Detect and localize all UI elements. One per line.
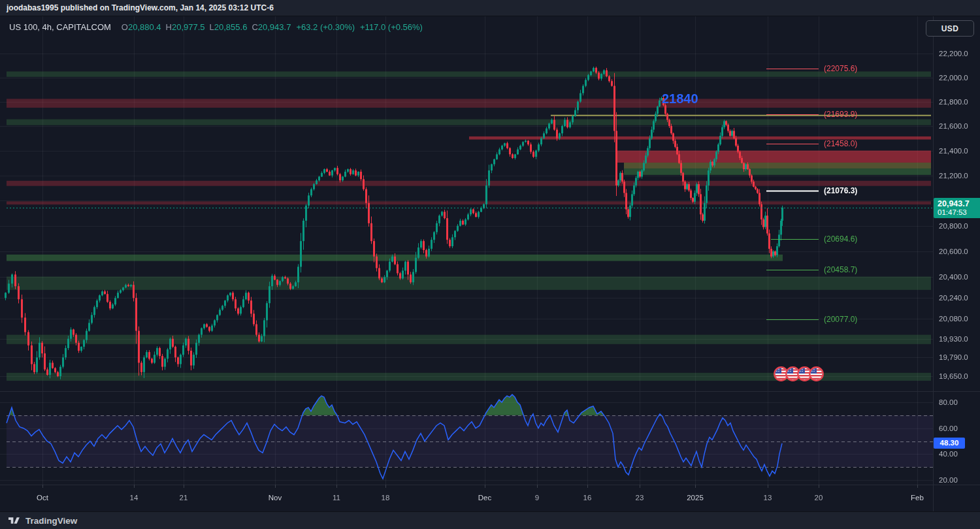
price-axis-label: 22,200.0 xyxy=(939,49,968,58)
time-axis-label: 13 xyxy=(764,493,772,502)
price-axis-label: 20,600.0 xyxy=(939,247,968,256)
low-value: 20,855.6 xyxy=(214,22,248,32)
last-price-badge: 20,943.7 01:47:53 xyxy=(934,198,980,218)
time-axis-label: Nov xyxy=(269,493,282,502)
level-price-label: (21076.3) xyxy=(824,186,857,195)
price-axis-label: 21,200.0 xyxy=(939,171,968,180)
tradingview-logo-icon[interactable] xyxy=(8,516,21,526)
price-axis-label: 20,800.0 xyxy=(939,221,968,231)
rsi-value-badge: 48.30 xyxy=(934,438,965,449)
price-axis-label: 19,930.0 xyxy=(939,334,968,344)
time-axis-label: 11 xyxy=(333,493,340,502)
time-axis-label: 20 xyxy=(815,493,823,502)
attribution-bar: TradingView xyxy=(0,511,980,529)
close-value: 20,943.7 xyxy=(258,22,291,32)
rsi-axis-label: 40.00 xyxy=(939,449,958,458)
level-price-label: (20694.6) xyxy=(824,234,857,244)
currency-toggle-button[interactable]: USD xyxy=(926,20,974,37)
last-price-value: 20,943.7 xyxy=(938,199,980,208)
high-label: H xyxy=(166,22,172,32)
open-label: O xyxy=(122,22,128,32)
extended-change-value: +117.0 (+0.56%) xyxy=(360,22,423,32)
rsi-axis-label: 80.00 xyxy=(939,398,958,407)
price-axis-label: 20,080.0 xyxy=(939,314,968,323)
level-price-label: (20077.0) xyxy=(824,315,857,324)
price-annotation-21840[interactable]: 21840 xyxy=(662,91,698,106)
price-axis-label: 21,800.0 xyxy=(939,97,968,106)
time-axis-label: 23 xyxy=(636,493,644,502)
open-value: 20,880.4 xyxy=(128,22,161,32)
publish-header-text: joodabas1995 published on TradingView.co… xyxy=(7,3,274,12)
change-value: +63.2 (+0.30%) xyxy=(296,22,355,32)
level-price-label: (20458.7) xyxy=(824,265,857,274)
price-axis-label: 22,000.0 xyxy=(939,73,968,82)
high-value: 20,977.5 xyxy=(172,22,205,32)
price-axis-label: 20,240.0 xyxy=(939,293,968,302)
price-axis-label: 20,400.0 xyxy=(939,272,968,281)
time-axis-label: 18 xyxy=(382,493,390,502)
bar-countdown: 01:47:53 xyxy=(938,208,980,217)
price-axis-label: 19,650.0 xyxy=(939,372,968,381)
symbol-title[interactable]: US 100, 4h, CAPITALCOM xyxy=(9,22,111,32)
time-axis-label: Feb xyxy=(911,493,924,502)
time-axis-label: Dec xyxy=(478,493,491,502)
price-axis-label: 21,400.0 xyxy=(939,146,968,155)
tradingview-logo-text[interactable]: TradingView xyxy=(25,516,77,526)
rsi-axis-label: 20.00 xyxy=(939,475,958,485)
close-label: C xyxy=(252,22,257,32)
level-price-label: (21458.0) xyxy=(824,139,857,148)
price-axis-label: 19,790.0 xyxy=(939,353,968,362)
symbol-legend: US 100, 4h, CAPITALCOMO20,880.4H20,977.5… xyxy=(9,22,423,32)
time-axis-label: 21 xyxy=(180,493,188,502)
event-flags xyxy=(774,366,821,381)
us-flag-icon[interactable] xyxy=(809,366,824,381)
tradingview-chart-screen: joodabas1995 published on TradingView.co… xyxy=(0,0,980,529)
time-axis-label: Oct xyxy=(37,493,48,502)
time-axis-label: 16 xyxy=(583,493,592,502)
level-price-label: (21693.9) xyxy=(824,110,857,119)
price-axis-border xyxy=(933,16,934,511)
level-price-label: (22075.6) xyxy=(824,64,857,73)
time-axis-label: 9 xyxy=(535,493,539,502)
price-axis-label: 21,600.0 xyxy=(939,121,968,131)
rsi-axis-label: 60.00 xyxy=(939,424,958,433)
time-axis-label: 14 xyxy=(130,493,139,502)
time-axis-label: 2025 xyxy=(687,493,704,502)
low-label: L xyxy=(210,22,214,32)
publish-header: joodabas1995 published on TradingView.co… xyxy=(0,0,980,16)
